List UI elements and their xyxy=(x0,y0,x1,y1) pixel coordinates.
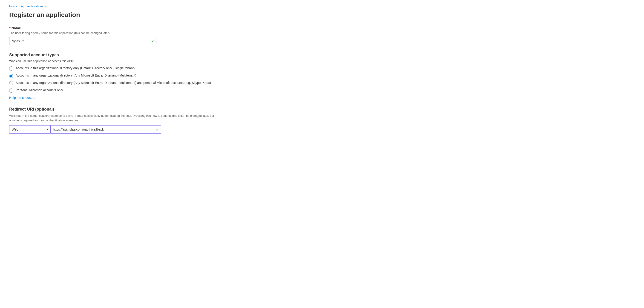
breadcrumb-home[interactable]: Home xyxy=(9,4,17,8)
radio-item-personal-only[interactable]: Personal Microsoft accounts only xyxy=(9,88,635,93)
uri-input-wrapper: ✓ xyxy=(50,125,161,134)
name-label-text: Name xyxy=(12,26,21,30)
platform-select-wrapper: Web SPA Public client/native (mobile & d… xyxy=(9,125,50,134)
breadcrumb-app-registrations[interactable]: App registrations xyxy=(21,4,44,8)
redirect-uri-section: Redirect URI (optional) We'll return the… xyxy=(9,107,635,134)
required-indicator: * xyxy=(9,26,10,30)
radio-label-single-tenant: Accounts in this organizational director… xyxy=(16,66,134,70)
radio-label-multi-tenant: Accounts in any organizational directory… xyxy=(16,73,136,78)
name-description: The user-facing display name for this ap… xyxy=(9,31,635,35)
uri-check-icon: ✓ xyxy=(156,127,159,132)
name-input[interactable] xyxy=(9,37,156,45)
help-me-choose-link[interactable]: Help me choose... xyxy=(9,96,35,99)
redirect-uri-title: Redirect URI (optional) xyxy=(9,107,635,112)
radio-label-personal-only: Personal Microsoft accounts only xyxy=(16,88,63,93)
redirect-uri-description: We'll return the authentication response… xyxy=(9,114,216,122)
account-types-title: Supported account types xyxy=(9,53,635,57)
breadcrumb-sep-2: › xyxy=(44,5,46,8)
radio-label-multi-tenant-personal: Accounts in any organizational directory… xyxy=(16,81,211,85)
supported-account-types-section: Supported account types Who can use this… xyxy=(9,53,635,99)
radio-personal-only[interactable] xyxy=(9,88,13,93)
name-label: * Name xyxy=(9,26,635,30)
radio-multi-tenant-personal[interactable] xyxy=(9,81,13,85)
radio-item-multi-tenant-personal[interactable]: Accounts in any organizational directory… xyxy=(9,81,635,85)
account-type-radio-group: Accounts in this organizational director… xyxy=(9,66,635,93)
breadcrumb-sep-1: › xyxy=(19,5,20,8)
page-header: Register an application ··· xyxy=(9,11,635,19)
account-types-subtitle: Who can use this application or access t… xyxy=(9,59,635,63)
breadcrumb: Home › App registrations › xyxy=(9,4,635,8)
redirect-uri-input[interactable] xyxy=(50,125,161,134)
name-input-wrapper: ✓ xyxy=(9,37,156,45)
radio-multi-tenant[interactable] xyxy=(9,74,13,78)
radio-single-tenant[interactable] xyxy=(9,66,13,70)
name-check-icon: ✓ xyxy=(151,39,154,43)
platform-select[interactable]: Web SPA Public client/native (mobile & d… xyxy=(9,125,50,134)
name-section: * Name The user-facing display name for … xyxy=(9,26,635,45)
radio-item-single-tenant[interactable]: Accounts in this organizational director… xyxy=(9,66,635,70)
radio-item-multi-tenant[interactable]: Accounts in any organizational directory… xyxy=(9,73,635,78)
page-title: Register an application xyxy=(9,11,80,19)
more-options-button[interactable]: ··· xyxy=(83,12,92,18)
redirect-uri-row: Web SPA Public client/native (mobile & d… xyxy=(9,125,635,134)
